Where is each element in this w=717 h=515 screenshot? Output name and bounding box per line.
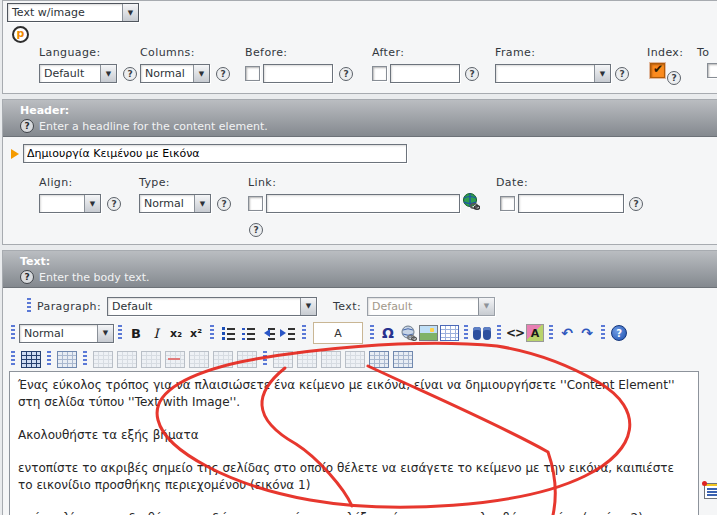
chevron-down-icon[interactable] [193, 65, 209, 82]
ordered-list-icon[interactable] [220, 325, 236, 341]
redo-button[interactable]: ↷ [578, 324, 596, 343]
language-value: Default [40, 65, 100, 82]
column-insert-after-icon [297, 351, 317, 368]
text-panel: Text: Enter the body text. Paragraph: De… [2, 250, 717, 515]
help-icon[interactable] [20, 119, 34, 133]
date-input[interactable] [518, 194, 624, 213]
subscript-button[interactable]: x₂ [167, 324, 185, 343]
type-select[interactable]: Normal [139, 194, 211, 213]
insert-table-icon[interactable] [440, 325, 459, 341]
undo-button[interactable]: ↶ [558, 324, 576, 343]
insert-image-icon[interactable] [419, 325, 438, 341]
link-checkbox[interactable] [248, 196, 263, 211]
columns-select[interactable]: Normal [140, 64, 210, 83]
typo3-content-edit-form: Text w/image Language: Default Columns: … [0, 0, 717, 515]
superscript-button[interactable]: x² [187, 324, 205, 343]
type-value: Normal [140, 195, 194, 212]
totop-label: To [697, 46, 709, 59]
chevron-down-icon[interactable] [97, 325, 113, 342]
content-type-select[interactable]: Text w/image [7, 3, 139, 22]
help-icon[interactable] [20, 270, 34, 284]
frame-label: Frame: [495, 46, 535, 59]
row-delete-icon [213, 351, 233, 368]
source-view-button[interactable]: <> [506, 324, 524, 343]
rte-editor-area[interactable]: Ένας εύκολος τρόπος για να πλαισιώσετε έ… [9, 371, 699, 515]
block-format-value: Normal [20, 325, 97, 342]
toolbar-separator [370, 325, 374, 341]
indent-icon[interactable] [280, 325, 296, 341]
help-icon[interactable] [465, 67, 479, 81]
chevron-down-icon[interactable] [84, 195, 100, 212]
chevron-down-icon[interactable] [122, 4, 138, 21]
chevron-down-icon [478, 298, 494, 315]
help-icon[interactable] [629, 197, 643, 211]
toolbar-separator [118, 325, 122, 341]
totop-checkbox[interactable] [707, 63, 717, 78]
content-element-icon[interactable] [704, 483, 717, 499]
body-paragraph: από τη λίστα των διαθέσιμων ειδών περιεχ… [18, 510, 690, 515]
help-icon[interactable] [216, 67, 230, 81]
toolbar-separator [497, 325, 501, 341]
before-checkbox[interactable] [245, 66, 260, 81]
row-insert-under-icon [237, 351, 257, 368]
toolbar-separator [601, 325, 605, 341]
help-icon[interactable] [667, 71, 681, 85]
toolbar-separator [302, 325, 306, 341]
align-select[interactable] [39, 194, 101, 213]
help-icon[interactable] [107, 197, 121, 211]
body-paragraph: Ακολουθήστε τα εξής βήματα [18, 427, 690, 444]
table-layout-icon [393, 351, 413, 368]
italic-button[interactable]: I [147, 324, 165, 343]
paragraph-label: Paragraph: [37, 300, 101, 313]
help-icon[interactable] [615, 67, 629, 81]
table-wizard-icon [369, 351, 389, 368]
toolbar-separator [210, 325, 214, 341]
link-input[interactable] [266, 194, 460, 213]
section-title: Text: [20, 255, 50, 268]
text-color-button[interactable]: A [313, 322, 363, 344]
before-input[interactable] [263, 64, 333, 83]
block-format-select[interactable]: Normal [19, 324, 114, 343]
cell-split-icon [189, 351, 209, 368]
help-icon[interactable] [339, 67, 353, 81]
bold-button[interactable]: B [127, 324, 145, 343]
chevron-down-icon[interactable] [300, 298, 316, 315]
special-character-button[interactable]: Ω [379, 324, 397, 343]
link-label: Link: [248, 176, 276, 189]
frame-select[interactable] [495, 64, 611, 83]
help-icon[interactable] [123, 67, 137, 81]
toolbar-separator [549, 325, 553, 341]
after-checkbox[interactable] [372, 66, 387, 81]
index-checkbox-checked[interactable] [650, 63, 665, 78]
chevron-down-icon[interactable] [100, 65, 116, 82]
toolbar-separator [11, 351, 15, 367]
cell-insert-before-icon [117, 351, 137, 368]
help-icon[interactable] [217, 197, 231, 211]
help-icon[interactable] [249, 223, 263, 237]
browse-link-globe-icon[interactable] [462, 200, 480, 213]
after-input[interactable] [390, 64, 460, 83]
section-help-text: Enter a headline for the content element… [39, 120, 268, 133]
paragraph-select[interactable]: Default [107, 297, 317, 316]
table-properties-icon[interactable] [57, 351, 77, 368]
column-delete-icon [321, 351, 341, 368]
chevron-down-icon[interactable] [594, 65, 610, 82]
chevron-down-icon[interactable] [194, 195, 210, 212]
date-checkbox[interactable] [500, 196, 515, 211]
column-insert-before-icon [273, 351, 293, 368]
insert-link-button[interactable] [399, 324, 417, 343]
language-select[interactable]: Default [39, 64, 117, 83]
columns-value: Normal [141, 65, 193, 82]
cell-delete-icon [165, 351, 185, 368]
toggle-borders-icon[interactable] [21, 351, 41, 368]
unordered-list-icon[interactable] [240, 325, 256, 341]
rte-help-icon[interactable] [611, 325, 627, 341]
index-label: Index: [647, 46, 683, 59]
headline-input[interactable] [23, 144, 407, 163]
toolbar-separator [464, 325, 468, 341]
find-replace-icon[interactable] [473, 326, 492, 341]
outdent-icon[interactable] [260, 325, 276, 341]
spell-check-icon[interactable] [526, 324, 544, 342]
rte-enabled-icon[interactable] [12, 26, 29, 43]
columns-label: Columns: [140, 46, 195, 59]
